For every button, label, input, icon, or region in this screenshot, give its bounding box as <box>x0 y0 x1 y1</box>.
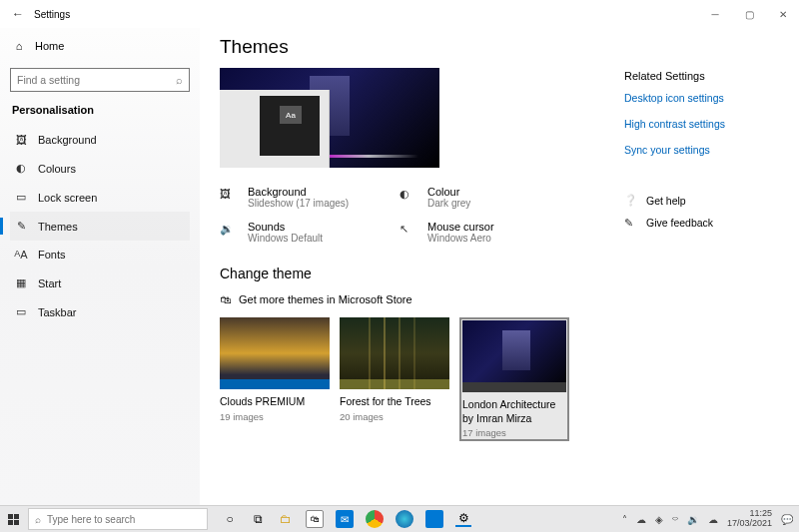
taskbar-clock[interactable]: 11:25 17/03/2021 <box>727 509 772 529</box>
cursor-icon: ↖ <box>400 221 417 244</box>
start-icon: ▦ <box>14 276 28 289</box>
tray-network-icon[interactable]: ◈ <box>655 514 663 525</box>
colour-icon: ◐ <box>400 186 417 209</box>
taskview-icon[interactable]: ⧉ <box>250 511 266 527</box>
sidebar-item-background[interactable]: 🖼 Background <box>10 126 190 154</box>
sidebar-item-taskbar[interactable]: ▭ Taskbar <box>10 297 190 326</box>
close-button[interactable]: ✕ <box>775 9 791 20</box>
search-input-wrapper[interactable]: ⌕ <box>10 68 190 92</box>
titlebar: ← Settings ─ ▢ ✕ <box>0 0 799 28</box>
give-feedback[interactable]: ✎ Give feedback <box>624 217 785 229</box>
background-icon: 🖼 <box>220 186 238 209</box>
home-icon: ⌂ <box>12 40 26 52</box>
tray-wifi-icon[interactable]: ⌔ <box>672 514 678 525</box>
maximize-button[interactable]: ▢ <box>741 9 757 20</box>
minimize-button[interactable]: ─ <box>707 9 723 20</box>
notifications-icon[interactable]: 💬 <box>781 514 793 525</box>
setting-sounds[interactable]: 🔉 Sounds Windows Default <box>220 221 390 244</box>
page-title: Themes <box>220 36 624 58</box>
preview-font-sample: Aa <box>280 106 302 124</box>
tray-onedrive-icon[interactable]: ☁ <box>708 514 718 525</box>
right-column: Related Settings Desktop icon settings H… <box>624 28 799 505</box>
taskbar-search-input[interactable] <box>47 514 201 525</box>
window-title: Settings <box>34 9 70 20</box>
theme-preview[interactable]: Aa <box>220 68 439 168</box>
search-input[interactable] <box>17 74 176 86</box>
sounds-icon: 🔉 <box>220 221 238 244</box>
taskbar-search[interactable]: ⌕ <box>28 508 208 530</box>
setting-cursor[interactable]: ↖ Mouse cursor Windows Aero <box>400 221 569 244</box>
themes-icon: ✎ <box>14 220 28 233</box>
store-app-icon[interactable]: 🛍 <box>306 510 324 528</box>
main-panel: Themes Aa 🖼 Background Slideshow (17 ima… <box>200 28 624 505</box>
sidebar: ⌂ Home ⌕ Personalisation 🖼 Background ◐ … <box>0 28 200 505</box>
sidebar-item-start[interactable]: ▦ Start <box>10 268 190 297</box>
sidebar-item-fonts[interactable]: AA Fonts <box>10 241 190 268</box>
theme-thumb <box>220 317 330 389</box>
link-desktop-icons[interactable]: Desktop icon settings <box>624 92 785 104</box>
tray-chevron-icon[interactable]: ˄ <box>622 514 627 525</box>
theme-card-london[interactable]: London Architecture by Imran Mirza 17 im… <box>459 317 569 441</box>
chrome-icon[interactable] <box>366 510 384 528</box>
start-button[interactable] <box>0 506 26 532</box>
taskbar: ⌕ ○ ⧉ 🗀 🛍 ✉ ⚙ ˄ ☁ ◈ ⌔ 🔉 ☁ 11:25 17/03/20… <box>0 505 799 532</box>
cortana-icon[interactable]: ○ <box>222 511 238 527</box>
theme-thumb <box>340 317 449 389</box>
store-icon: 🛍 <box>220 293 231 305</box>
change-theme-header: Change theme <box>220 266 624 281</box>
taskbar-icon: ▭ <box>14 305 28 318</box>
edge-icon[interactable] <box>396 510 413 528</box>
get-help[interactable]: ❔ Get help <box>624 194 785 207</box>
related-header: Related Settings <box>624 70 785 82</box>
back-button[interactable]: ← <box>8 7 28 21</box>
mail-app-icon[interactable]: ✉ <box>336 510 354 528</box>
sidebar-home[interactable]: ⌂ Home <box>10 34 190 58</box>
theme-card-clouds[interactable]: Clouds PREMIUM 19 images <box>220 317 330 441</box>
image-icon: 🖼 <box>14 134 28 146</box>
setting-background[interactable]: 🖼 Background Slideshow (17 images) <box>220 186 390 209</box>
sidebar-item-themes[interactable]: ✎ Themes <box>10 212 190 241</box>
store-link[interactable]: 🛍 Get more themes in Microsoft Store <box>220 293 624 305</box>
sidebar-item-lockscreen[interactable]: ▭ Lock screen <box>10 183 190 212</box>
search-icon: ⌕ <box>176 74 183 86</box>
palette-icon: ◐ <box>14 162 28 175</box>
sidebar-section-header: Personalisation <box>12 104 190 116</box>
app-icon[interactable] <box>425 510 443 528</box>
tray-cloud-icon[interactable]: ☁ <box>636 514 646 525</box>
link-sync-settings[interactable]: Sync your settings <box>624 144 785 156</box>
settings-app-icon[interactable]: ⚙ <box>455 511 471 527</box>
lock-screen-icon: ▭ <box>14 191 28 204</box>
home-label: Home <box>35 40 64 52</box>
help-icon: ❔ <box>624 194 638 207</box>
setting-colour[interactable]: ◐ Colour Dark grey <box>400 186 569 209</box>
explorer-icon[interactable]: 🗀 <box>278 511 294 527</box>
search-icon: ⌕ <box>35 514 41 525</box>
theme-thumb <box>462 320 566 392</box>
windows-logo-icon <box>8 514 19 525</box>
theme-card-forest[interactable]: Forest for the Trees 20 images <box>340 317 449 441</box>
fonts-icon: AA <box>14 249 28 261</box>
tray-volume-icon[interactable]: 🔉 <box>687 514 699 525</box>
feedback-icon: ✎ <box>624 217 638 229</box>
link-high-contrast[interactable]: High contrast settings <box>624 118 785 130</box>
sidebar-item-colours[interactable]: ◐ Colours <box>10 154 190 183</box>
